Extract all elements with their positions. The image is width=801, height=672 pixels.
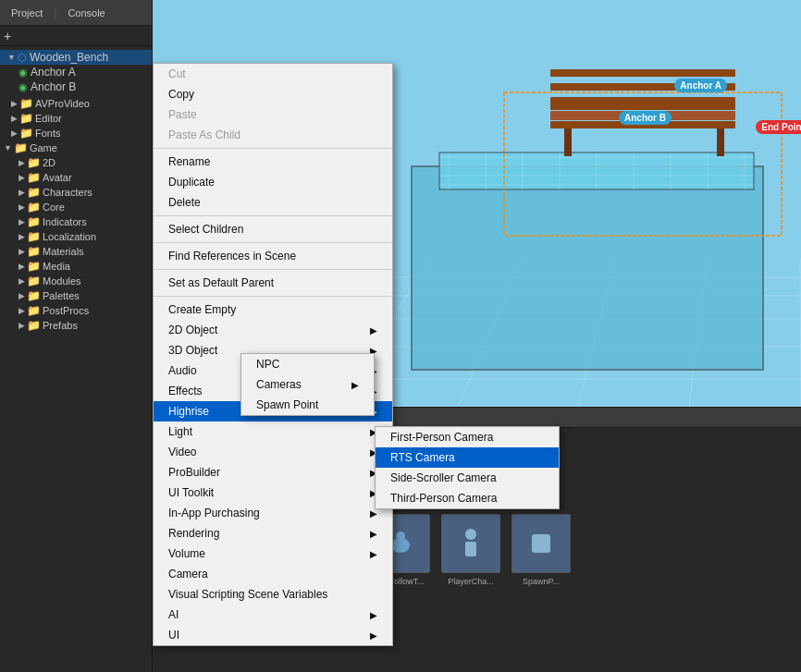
folder-label: Prefabs: [43, 320, 78, 331]
folder-label: Editor: [35, 113, 62, 124]
folder-modules[interactable]: ▶ 📁 Modules: [0, 274, 152, 288]
cm-label: Paste: [168, 108, 197, 121]
cm-light[interactable]: Light ▶: [154, 422, 392, 442]
submenu-highrise: NPC Cameras ▶ Spawn Point: [240, 353, 375, 416]
cm-rendering[interactable]: Rendering ▶: [154, 523, 392, 544]
folder-icon: 📁: [27, 230, 41, 243]
cm-duplicate[interactable]: Duplicate: [154, 172, 392, 192]
submenu-npc[interactable]: NPC: [241, 354, 374, 374]
cm-visual-scripting[interactable]: Visual Scripting Scene Variables: [154, 584, 392, 605]
cm-label: RTS Camera: [390, 451, 455, 464]
folder-palettes[interactable]: ▶ 📁 Palettes: [0, 288, 152, 303]
folder-icon: 📁: [27, 260, 41, 273]
folder-localization[interactable]: ▶ 📁 Localization: [0, 229, 152, 244]
folder-icon: 📁: [27, 275, 41, 287]
cm-label: Volume: [168, 547, 205, 560]
separator: [154, 269, 392, 270]
camera-first-person[interactable]: First-Person Camera: [376, 427, 559, 447]
tree-item-wooden-bench[interactable]: ▼ ⬡ Wooden_Bench: [0, 50, 152, 65]
cm-video[interactable]: Video ▶: [154, 442, 392, 462]
chevron-icon: ▶: [18, 291, 25, 300]
cm-label: Copy: [168, 88, 194, 101]
camera-side-scroller[interactable]: Side-Scroller Camera: [376, 468, 559, 488]
camera-third-person[interactable]: Third-Person Camera: [376, 488, 559, 508]
folder-materials[interactable]: ▶ 📁 Materials: [0, 244, 152, 259]
cm-label: Effects: [168, 385, 202, 397]
tree-label: Anchor A: [31, 66, 76, 79]
folder-icon: 📁: [19, 112, 33, 125]
cm-set-default-parent[interactable]: Set as Default Parent: [154, 273, 392, 293]
cm-label: Spawn Point: [256, 398, 318, 411]
separator: [154, 148, 392, 149]
cm-label: Highrise: [168, 405, 209, 418]
cm-label: 3D Object: [168, 344, 217, 357]
cm-cut[interactable]: Cut: [154, 64, 392, 84]
chevron-icon: ▶: [11, 114, 18, 123]
cm-rename[interactable]: Rename: [154, 152, 392, 172]
prefab-playercha[interactable]: PlayerCha...: [441, 514, 500, 586]
cm-select-children[interactable]: Select Children: [154, 219, 392, 239]
cm-ai[interactable]: AI ▶: [154, 605, 392, 625]
submenu-spawn-point[interactable]: Spawn Point: [241, 395, 374, 415]
folder-2d[interactable]: ▶ 📁 2D: [0, 155, 152, 170]
svg-rect-46: [465, 542, 476, 556]
cm-label: Paste As Child: [168, 128, 240, 141]
cm-ui[interactable]: UI ▶: [154, 625, 392, 645]
folder-list: ▶ 📁 AVProVideo ▶ 📁 Editor ▶ 📁 Fonts ▼ 📁 …: [0, 94, 152, 335]
submenu-cameras[interactable]: Cameras ▶: [241, 374, 374, 395]
tree-area: ▼ ⬡ Wooden_Bench ◉ Anchor A ◉ Anchor B ▶…: [0, 46, 152, 672]
folder-postprocs[interactable]: ▶ 📁 PostProcs: [0, 303, 152, 318]
arrow-icon: ▶: [370, 325, 377, 336]
cm-delete[interactable]: Delete: [154, 192, 392, 213]
anchor-icon: ◉: [18, 67, 28, 79]
cm-copy[interactable]: Copy: [154, 84, 392, 104]
cm-label: Rendering: [168, 527, 219, 540]
arrow-icon: ▶: [370, 610, 377, 620]
camera-rts[interactable]: RTS Camera: [376, 447, 559, 468]
tree-item-anchor-a[interactable]: ◉ Anchor A: [0, 65, 152, 79]
arrow-icon: ▶: [370, 529, 377, 539]
chevron-icon: ▶: [18, 158, 25, 167]
cm-create-empty[interactable]: Create Empty: [154, 299, 392, 320]
add-button[interactable]: +: [4, 29, 11, 43]
prefab-spawnpoint[interactable]: SpawnP...: [511, 514, 571, 586]
folder-avprovideo[interactable]: ▶ 📁 AVProVideo: [0, 96, 152, 111]
folder-prefabs[interactable]: ▶ 📁 Prefabs: [0, 318, 152, 333]
folder-game[interactable]: ▼ 📁 Game: [0, 141, 152, 155]
tab-project[interactable]: Project: [7, 6, 46, 20]
folder-indicators[interactable]: ▶ 📁 Indicators: [0, 214, 152, 229]
arrow-icon: ▶: [370, 630, 377, 641]
cm-find-references[interactable]: Find References in Scene: [154, 246, 392, 266]
svg-rect-47: [532, 534, 550, 553]
cm-label: Delete: [168, 196, 201, 209]
folder-characters[interactable]: ▶ 📁 Characters: [0, 185, 152, 200]
cm-label: Rename: [168, 155, 210, 168]
submenu-cameras: First-Person Camera RTS Camera Side-Scro…: [375, 426, 560, 509]
prefab-label: PlayerCha...: [448, 577, 494, 586]
tree-item-anchor-b[interactable]: ◉ Anchor B: [0, 79, 152, 94]
folder-editor[interactable]: ▶ 📁 Editor: [0, 111, 152, 126]
chevron-icon: ▶: [18, 321, 25, 330]
cm-label: Side-Scroller Camera: [390, 471, 497, 484]
separator: [154, 215, 392, 216]
cm-ui-toolkit[interactable]: UI Toolkit ▶: [154, 483, 392, 503]
folder-icon: 📁: [27, 304, 41, 317]
cm-camera[interactable]: Camera: [154, 564, 392, 584]
folder-media[interactable]: ▶ 📁 Media: [0, 259, 152, 274]
cm-in-app-purchasing[interactable]: In-App Purchasing ▶: [154, 503, 392, 523]
cm-2d-object[interactable]: 2D Object ▶: [154, 320, 392, 340]
cm-label: Camera: [168, 568, 208, 580]
folder-avatar[interactable]: ▶ 📁 Avatar: [0, 170, 152, 185]
cm-paste[interactable]: Paste: [154, 104, 392, 125]
folder-core[interactable]: ▶ 📁 Core: [0, 200, 152, 214]
cm-paste-as-child[interactable]: Paste As Child: [154, 125, 392, 145]
cm-probuilder[interactable]: ProBuilder ▶: [154, 462, 392, 483]
folder-label: 2D: [43, 157, 55, 168]
cm-label: Light: [168, 425, 192, 438]
cm-volume[interactable]: Volume ▶: [154, 544, 392, 564]
prefab-thumbnail: [441, 514, 500, 573]
tab-console[interactable]: Console: [64, 6, 108, 20]
folder-fonts[interactable]: ▶ 📁 Fonts: [0, 126, 152, 141]
anchor-icon: ◉: [18, 81, 28, 93]
sidebar: Project | Console + ▼ ⬡ Wooden_Bench ◉ A…: [0, 0, 153, 672]
